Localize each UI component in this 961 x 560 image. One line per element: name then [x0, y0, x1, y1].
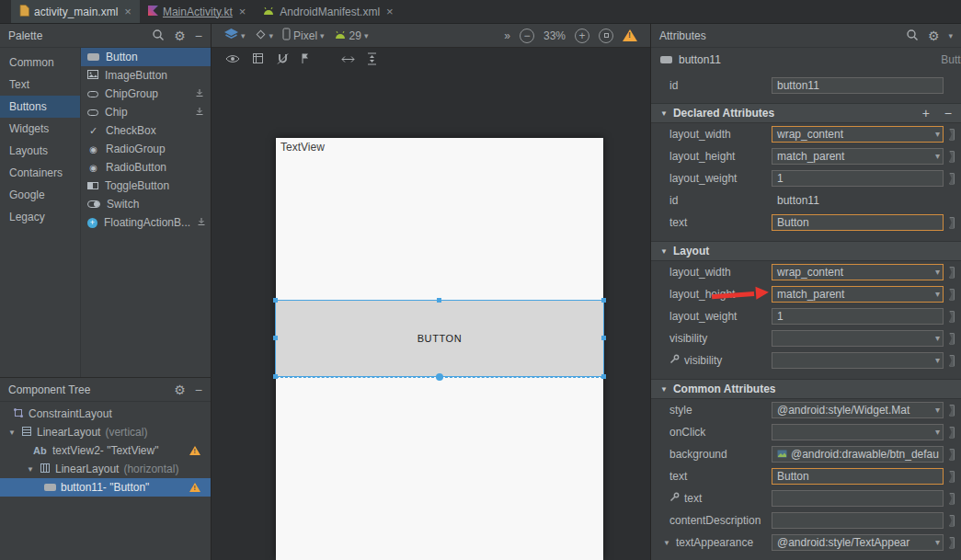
resource-picker-icon[interactable] [949, 333, 955, 345]
text-input[interactable]: Button [772, 468, 944, 485]
chevron-down-icon[interactable]: ▼ [26, 465, 35, 474]
close-icon[interactable]: × [386, 5, 394, 18]
resource-picker-icon[interactable] [949, 217, 955, 229]
download-icon[interactable] [195, 106, 204, 119]
id-value[interactable]: button11 [772, 192, 944, 209]
zoom-to-fit-icon[interactable] [599, 29, 613, 43]
resize-handle[interactable] [601, 374, 606, 379]
palette-item-radiogroup[interactable]: ◉ RadioGroup [81, 140, 211, 158]
section-declared-attributes[interactable]: ▼ Declared Attributes + − [651, 103, 961, 123]
selected-linearlayout[interactable]: BUTTON [276, 300, 603, 377]
resource-picker-icon[interactable] [949, 493, 955, 505]
palette-category-buttons[interactable]: Buttons [0, 96, 80, 118]
text-appearance-combo[interactable]: @android:style/TextAppear [772, 534, 944, 551]
blueprint-frame-icon[interactable] [252, 52, 264, 67]
resize-handle[interactable] [601, 336, 606, 340]
layout-height-combo[interactable]: match_parent [772, 286, 944, 303]
view-options-icon[interactable] [225, 53, 240, 67]
design-artboard[interactable]: TextView BUTTON [276, 138, 603, 560]
layout-weight-input[interactable]: 1 [772, 308, 944, 325]
gear-icon[interactable]: ⚙ [174, 383, 186, 396]
layout-weight-input[interactable]: 1 [772, 170, 944, 187]
content-description-input[interactable] [772, 512, 944, 529]
resource-picker-icon[interactable] [949, 173, 955, 185]
id-input[interactable]: button11 [772, 77, 944, 94]
resource-picker-icon[interactable] [949, 289, 955, 301]
chevron-down-icon[interactable]: ▼ [7, 429, 17, 437]
resize-handle[interactable] [601, 298, 606, 303]
search-icon[interactable] [906, 29, 919, 43]
palette-item-fab[interactable]: + FloatingActionB... [81, 213, 211, 232]
resource-picker-icon[interactable] [949, 267, 955, 279]
resize-handle[interactable] [437, 298, 441, 303]
search-icon[interactable] [152, 29, 165, 43]
distribute-vertical-icon[interactable] [367, 52, 377, 68]
palette-category-google[interactable]: Google [0, 184, 80, 206]
palette-category-common[interactable]: Common [0, 51, 80, 74]
palette-item-chip[interactable]: Chip [81, 103, 211, 121]
autoconnect-off-magnet-icon[interactable] [276, 52, 289, 68]
palette-item-button[interactable]: Button [81, 48, 211, 66]
tab-androidmanifest-xml[interactable]: AndroidManifest.xml × [254, 0, 401, 23]
align-horizontal-icon[interactable] [341, 53, 355, 66]
device-selector[interactable]: Pixel ▾ [282, 28, 325, 43]
palette-category-layouts[interactable]: Layouts [0, 140, 80, 162]
zoom-in-icon[interactable]: + [575, 29, 589, 43]
resource-picker-icon[interactable] [949, 515, 955, 527]
resize-handle[interactable] [273, 298, 278, 303]
resize-handle[interactable] [273, 336, 278, 340]
palette-category-widgets[interactable]: Widgets [0, 118, 80, 140]
tools-text-input[interactable] [772, 490, 944, 507]
palette-category-legacy[interactable]: Legacy [0, 206, 80, 228]
resource-picker-icon[interactable] [949, 355, 955, 367]
resource-picker-icon[interactable] [949, 311, 955, 323]
onclick-combo[interactable] [772, 424, 944, 440]
tools-visibility-combo[interactable] [772, 352, 944, 369]
palette-item-chipgroup[interactable]: ChipGroup [81, 85, 211, 103]
tab-activity-main-xml[interactable]: activity_main.xml × [11, 0, 140, 23]
zoom-out-icon[interactable]: − [520, 29, 534, 43]
section-common-attributes[interactable]: ▼ Common Attributes [651, 379, 961, 399]
download-icon[interactable] [197, 216, 206, 229]
add-attribute-icon[interactable]: + [922, 106, 930, 120]
tree-item-textview2[interactable]: Ab textView2- "TextView" [0, 441, 211, 460]
tree-item-linearlayout-horizontal[interactable]: ▼ LinearLayout (horizontal) [0, 460, 211, 478]
orientation-selector[interactable]: ▾ [255, 29, 274, 43]
download-icon[interactable] [195, 87, 204, 100]
gear-icon[interactable]: ⚙ [174, 29, 186, 42]
tree-item-linearlayout-vertical[interactable]: ▼ LinearLayout (vertical) [0, 423, 211, 441]
resource-picker-icon[interactable] [949, 471, 955, 483]
resource-picker-icon[interactable] [949, 449, 955, 461]
text-input[interactable]: Button [772, 214, 944, 231]
gear-icon[interactable]: ⚙ [928, 29, 940, 42]
api-level-selector[interactable]: 29 ▾ [334, 29, 369, 42]
button-preview[interactable]: BUTTON [418, 333, 463, 344]
design-surface-mode-selector[interactable]: ▾ [224, 29, 246, 43]
layout-height-combo[interactable]: match_parent [772, 148, 944, 165]
palette-category-containers[interactable]: Containers [0, 162, 80, 184]
resource-picker-icon[interactable] [949, 405, 955, 417]
palette-item-checkbox[interactable]: ✓ CheckBox [81, 121, 211, 140]
remove-attribute-icon[interactable]: − [944, 106, 952, 120]
background-input[interactable]: @android:drawable/btn_defau [772, 446, 944, 463]
resource-picker-icon[interactable] [949, 537, 955, 549]
resource-picker-icon[interactable] [949, 427, 955, 439]
close-icon[interactable]: × [239, 5, 246, 18]
tab-mainactivity-kt[interactable]: MainActivity.kt × [140, 0, 254, 23]
layout-width-combo[interactable]: wrap_content [772, 126, 944, 143]
textview-preview[interactable]: TextView [280, 141, 325, 154]
palette-item-switch[interactable]: Switch [81, 195, 211, 213]
minimize-icon[interactable]: − [195, 383, 202, 396]
resource-picker-icon[interactable] [949, 129, 955, 141]
close-icon[interactable]: × [124, 5, 132, 18]
constraint-anchor-dot[interactable] [436, 373, 443, 381]
resize-handle[interactable] [273, 374, 278, 379]
palette-item-togglebutton[interactable]: ToggleButton [81, 177, 211, 195]
warnings-icon[interactable] [623, 29, 637, 41]
palette-category-text[interactable]: Text [0, 74, 80, 96]
layout-width-combo[interactable]: wrap_content [772, 264, 944, 280]
section-layout[interactable]: ▼ Layout [651, 241, 961, 261]
tree-item-button11[interactable]: button11- "Button" [0, 478, 211, 497]
palette-item-imagebutton[interactable]: ImageButton [81, 66, 211, 85]
palette-item-radiobutton[interactable]: ◉ RadioButton [81, 158, 211, 177]
